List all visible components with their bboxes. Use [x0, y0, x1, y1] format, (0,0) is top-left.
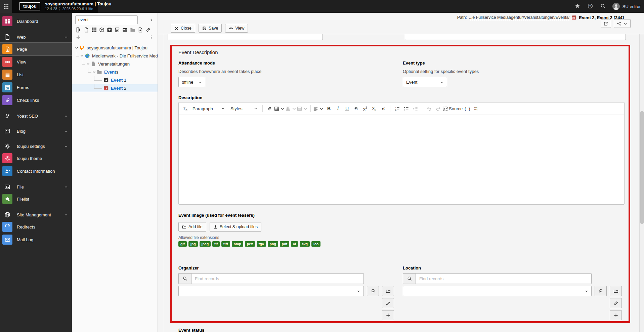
- location-select[interactable]: [403, 286, 592, 296]
- ordered-list-button[interactable]: 1.2.: [393, 104, 401, 113]
- italic-button[interactable]: I: [334, 104, 342, 113]
- save-button[interactable]: Save: [199, 24, 222, 33]
- new-folder-icon[interactable]: [130, 27, 135, 33]
- organizer-add-button[interactable]: [382, 310, 394, 320]
- sidebar-group-site-management[interactable]: Site Management: [0, 209, 72, 220]
- attendance-mode-select[interactable]: offline: [178, 77, 205, 87]
- sidebar-group-file[interactable]: File: [0, 181, 72, 193]
- sidebar-item-check-links[interactable]: Check links: [0, 94, 72, 107]
- truncated-field-right[interactable]: [405, 34, 626, 40]
- sidebar-item-toujou-theme[interactable]: toujou theme: [0, 152, 72, 165]
- view-button[interactable]: View: [225, 24, 248, 33]
- redo-button[interactable]: [434, 104, 442, 113]
- rte-editing-area[interactable]: [179, 115, 624, 204]
- sidebar-group-yoast-seo[interactable]: Yoast SEO: [0, 110, 72, 122]
- sidebar-group-web[interactable]: Web: [0, 31, 72, 43]
- scrollbar-thumb[interactable]: [640, 111, 644, 224]
- tree-node-veranstaltungen[interactable]: Veranstaltungen: [72, 60, 158, 68]
- sidebar-item-filelist[interactable]: Filelist: [0, 193, 72, 205]
- new-page-icon[interactable]: [84, 27, 89, 33]
- tree-search-input[interactable]: [75, 15, 138, 24]
- subscript-button[interactable]: x2: [370, 104, 379, 113]
- tree-node-events[interactable]: Events: [72, 68, 158, 76]
- user-menu[interactable]: SU editor: [612, 3, 641, 10]
- select-upload-files-button[interactable]: Select & upload files: [210, 222, 261, 232]
- sidebar-item-page[interactable]: Page: [0, 43, 72, 55]
- table-column-button[interactable]: [286, 104, 297, 113]
- bold-button[interactable]: B: [325, 104, 333, 113]
- indent-list-button[interactable]: [411, 104, 420, 113]
- node-expanded-icon[interactable]: [86, 62, 90, 66]
- soft-hyphen-button[interactable]: (–): [463, 104, 472, 113]
- new-storefront-page-icon[interactable]: [115, 27, 120, 33]
- node-expanded-icon[interactable]: [92, 70, 96, 74]
- undo-button[interactable]: [425, 104, 433, 113]
- sidebar-item-mail-log[interactable]: Mail Log: [0, 233, 72, 246]
- organizer-search-input[interactable]: [191, 273, 364, 284]
- event-type-select[interactable]: Event: [403, 77, 447, 87]
- new-special-page-icon[interactable]: [107, 27, 112, 33]
- insert-table-button[interactable]: [274, 104, 285, 113]
- sidebar-group-blog[interactable]: Blog: [0, 125, 72, 137]
- paragraph-format-dropdown[interactable]: Paragraph: [190, 104, 227, 113]
- collapse-tree-button[interactable]: [147, 16, 156, 24]
- sidebar-item-contact-information[interactable]: Contact Information: [0, 165, 72, 177]
- tree-node-site[interactable]: Medienwerk - Die Fullservice Mediaag: [72, 52, 158, 60]
- line-break-button[interactable]: BREBK¶: [472, 104, 481, 113]
- open-in-new-window-button[interactable]: [601, 19, 611, 28]
- text-align-button[interactable]: [313, 104, 324, 113]
- new-link-page-icon[interactable]: [145, 27, 151, 33]
- organizer-edit-button[interactable]: [382, 298, 394, 308]
- new-media-page-icon[interactable]: [122, 27, 128, 33]
- table-row-button[interactable]: [297, 104, 308, 113]
- blockquote-button[interactable]: “: [379, 104, 388, 113]
- svg-text:T: T: [183, 107, 185, 110]
- tree-node-root[interactable]: soyagunsarufutsumura | Toujou: [72, 44, 158, 52]
- remove-format-button[interactable]: T: [181, 104, 189, 113]
- sidebar-group-toujou-settings[interactable]: toujou settings: [0, 140, 72, 152]
- strikethrough-button[interactable]: S: [352, 104, 360, 113]
- new-content-icon[interactable]: [91, 27, 97, 33]
- location-edit-button[interactable]: [610, 298, 622, 308]
- superscript-button[interactable]: x2: [361, 104, 370, 113]
- organizer-delete-button[interactable]: [367, 286, 379, 296]
- sidebar-item-forms[interactable]: Forms: [0, 81, 72, 94]
- avatar-icon: [612, 3, 620, 10]
- new-shortcut-page-icon[interactable]: [138, 27, 143, 33]
- tree-node-event-2[interactable]: Event 2: [72, 84, 158, 92]
- sidebar-item-view[interactable]: View: [0, 55, 72, 68]
- location-browse-button[interactable]: [610, 286, 622, 296]
- tree-overflow-menu-icon[interactable]: [149, 35, 154, 40]
- styles-dropdown[interactable]: Styles: [228, 104, 260, 113]
- bookmark-button[interactable]: [574, 3, 581, 10]
- organizer-select[interactable]: [178, 286, 364, 296]
- sidebar-item-list[interactable]: List: [0, 68, 72, 81]
- module-menu-toggle-button[interactable]: [0, 0, 12, 13]
- close-button[interactable]: Close: [171, 24, 195, 33]
- location-add-button[interactable]: [610, 310, 622, 320]
- tree-resize-handle-icon[interactable]: [76, 35, 81, 40]
- new-mountpoint-icon[interactable]: [76, 27, 81, 33]
- source-button[interactable]: Source: [443, 104, 463, 113]
- organizer-browse-button[interactable]: [382, 286, 394, 296]
- search-button[interactable]: [600, 3, 606, 10]
- sidebar-item-label: Mail Log: [17, 237, 33, 242]
- toujou-logo[interactable]: toujou: [19, 2, 40, 10]
- node-expanded-icon[interactable]: [80, 54, 84, 58]
- location-delete-button[interactable]: [595, 286, 607, 296]
- insert-link-button[interactable]: [265, 104, 274, 113]
- vertical-scrollbar[interactable]: [639, 34, 644, 332]
- new-package-icon[interactable]: [99, 27, 104, 33]
- share-button[interactable]: [614, 19, 631, 28]
- bullet-list-button[interactable]: [402, 104, 411, 113]
- truncated-field-left[interactable]: [168, 34, 323, 40]
- tree-node-event-1[interactable]: Event 1: [72, 76, 158, 84]
- node-expanded-icon[interactable]: [75, 46, 79, 50]
- underline-button[interactable]: U: [343, 104, 351, 113]
- location-search-input[interactable]: [416, 273, 592, 284]
- sidebar-item-redirects[interactable]: Redirects: [0, 220, 72, 233]
- path-link[interactable]: ...e Fullservice Mediaagentur/Veranstalt…: [469, 15, 569, 20]
- sidebar-item-dashboard[interactable]: Dashboard: [0, 15, 72, 28]
- add-file-button[interactable]: Add file: [178, 222, 206, 232]
- help-button[interactable]: ?: [587, 3, 594, 10]
